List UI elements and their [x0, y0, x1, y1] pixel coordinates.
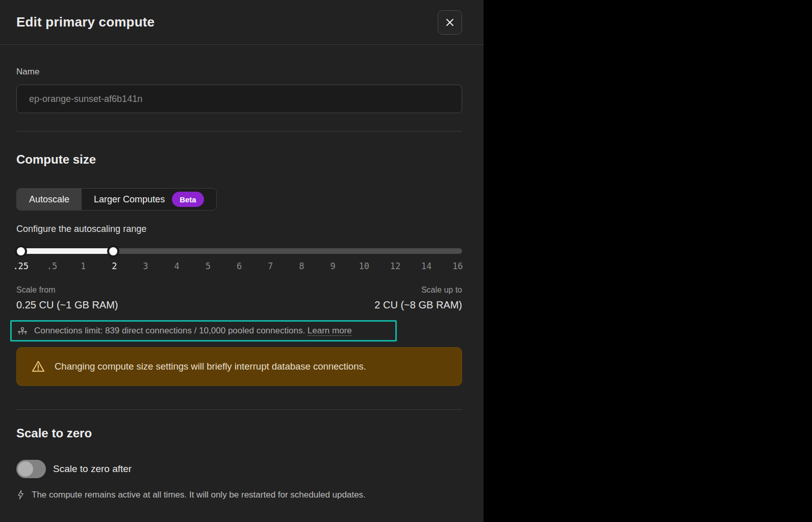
scale-up-to-block: Scale up to 2 CU (~8 GB RAM)	[374, 284, 462, 312]
tab-larger-computes[interactable]: Larger Computes Beta	[82, 189, 216, 210]
section-divider	[16, 131, 462, 132]
slider-tick-1: 1	[81, 261, 86, 271]
scale-up-to-label: Scale up to	[374, 284, 462, 296]
slider-tick-10: 10	[359, 261, 369, 271]
slider-tick-9: 9	[330, 261, 335, 271]
scale-from-label: Scale from	[16, 284, 118, 296]
compute-active-note: The compute remains active at all times.…	[16, 489, 462, 500]
autoscaling-range-label: Configure the autoscaling range	[16, 223, 462, 235]
section-divider	[16, 409, 462, 410]
slider-tick-16: 16	[452, 261, 463, 271]
tab-autoscale-label: Autoscale	[29, 194, 69, 205]
name-label: Name	[16, 66, 462, 77]
close-button[interactable]	[438, 10, 462, 35]
beta-badge: Beta	[172, 192, 204, 207]
learn-more-link[interactable]: Learn more	[308, 326, 352, 336]
scale-to-zero-toggle[interactable]	[16, 460, 46, 478]
lightning-bolt-icon	[16, 489, 25, 500]
slider-handle-max[interactable]	[109, 247, 117, 255]
slider-tick-12: 12	[390, 261, 400, 271]
slider-fill	[16, 248, 113, 254]
scale-from-block: Scale from 0.25 CU (~1 GB RAM)	[16, 284, 118, 312]
dialog-title: Edit primary compute	[16, 14, 155, 30]
slider-tick-3: 3	[143, 261, 148, 271]
slider-tick-.25: .25	[13, 261, 29, 271]
scale-to-zero-toggle-label: Scale to zero after	[53, 463, 132, 475]
edit-primary-compute-dialog: Edit primary compute Name Compute size A…	[0, 0, 484, 522]
slider-tick-6: 6	[237, 261, 242, 271]
scale-summary: Scale from 0.25 CU (~1 GB RAM) Scale up …	[16, 284, 462, 312]
compute-size-warning-banner: Changing compute size settings will brie…	[16, 347, 462, 386]
slider-tick-4: 4	[174, 261, 180, 271]
autoscaling-range-slider[interactable]	[16, 248, 462, 254]
slider-tick-8: 8	[299, 261, 304, 271]
compute-size-heading: Compute size	[16, 152, 462, 167]
slider-tick-14: 14	[421, 261, 432, 271]
slider-tick-.5: .5	[47, 261, 57, 271]
dialog-header: Edit primary compute	[0, 0, 484, 45]
compute-size-tab-group: Autoscale Larger Computes Beta	[16, 188, 217, 211]
slider-ticks: .25.512345678910121416	[16, 261, 462, 273]
scale-up-to-value: 2 CU (~8 GB RAM)	[374, 298, 462, 312]
warning-triangle-icon	[31, 359, 45, 374]
slider-tick-7: 7	[268, 261, 273, 271]
tab-autoscale[interactable]: Autoscale	[17, 189, 82, 210]
dialog-body: Name Compute size Autoscale Larger Compu…	[0, 66, 484, 500]
warning-text: Changing compute size settings will brie…	[55, 361, 366, 372]
connections-limit-highlight-annotation: Connections limit: 839 direct connection…	[10, 320, 397, 342]
scale-to-zero-heading: Scale to zero	[16, 426, 462, 441]
users-icon	[17, 325, 28, 336]
name-input[interactable]	[16, 85, 462, 113]
scale-to-zero-row: Scale to zero after	[16, 460, 462, 478]
toggle-knob	[18, 461, 33, 477]
close-icon	[445, 18, 454, 27]
connections-limit-text: Connections limit: 839 direct connection…	[34, 326, 352, 336]
slider-handle-min[interactable]	[17, 247, 25, 255]
slider-tick-5: 5	[206, 261, 211, 271]
tab-larger-computes-label: Larger Computes	[94, 194, 165, 205]
slider-tick-2: 2	[112, 261, 117, 271]
scale-from-value: 0.25 CU (~1 GB RAM)	[16, 298, 118, 312]
compute-active-note-text: The compute remains active at all times.…	[32, 490, 366, 500]
